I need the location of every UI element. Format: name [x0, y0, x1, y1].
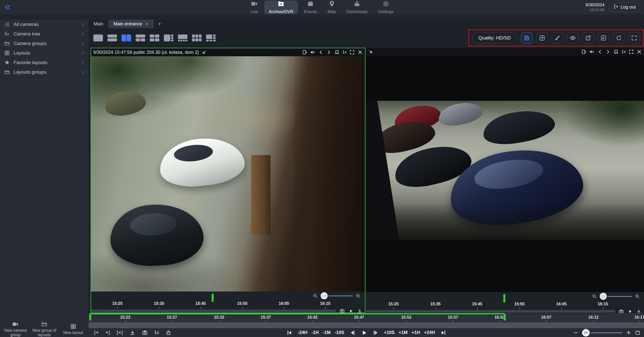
seek-fwd-24h[interactable]: +24H — [424, 330, 435, 335]
shrink-button[interactable] — [598, 32, 609, 44]
tile-fullscreen-icon[interactable] — [628, 49, 634, 55]
zoom-out-icon[interactable] — [313, 293, 318, 299]
brush-button[interactable] — [552, 32, 563, 44]
frame-object-icon[interactable] — [302, 50, 308, 55]
camera-2-video[interactable] — [366, 56, 644, 292]
sidebar-item-camera-tree[interactable]: Camera tree — [0, 29, 89, 39]
main-timeline[interactable]: 15:22 15:27 15:32 15:37 15:42 15:47 15:5… — [89, 313, 644, 322]
layout-preset-8[interactable] — [191, 34, 202, 42]
sidebar-item-layouts-groups[interactable]: Layouts groups — [0, 67, 89, 77]
zoom-in-icon[interactable] — [634, 294, 640, 299]
camera-2-playhead[interactable] — [503, 294, 506, 303]
seek-fwd-1h[interactable]: +1H — [412, 330, 420, 335]
seek-fwd-1m[interactable]: +1M — [399, 330, 408, 335]
expand-button[interactable] — [536, 32, 548, 44]
zoom-out-icon[interactable] — [592, 294, 597, 299]
layout-preset-1[interactable] — [93, 34, 104, 42]
bookmark-icon[interactable] — [613, 49, 619, 55]
interval-knob[interactable]: 1H — [582, 329, 590, 336]
sidebar-item-favorite-layouts[interactable]: Favorite layouts — [0, 58, 89, 67]
snapshot-icon[interactable] — [142, 330, 148, 335]
sidebar-item-camera-groups[interactable]: Camera groups — [0, 39, 89, 48]
collapse-sidebar-icon[interactable] — [4, 4, 11, 11]
calendar-icon[interactable] — [635, 330, 640, 335]
play-icon[interactable] — [361, 329, 367, 336]
camera-1-speed[interactable]: 1x — [342, 50, 347, 55]
layout-preset-2[interactable] — [107, 34, 118, 42]
nav-downloads[interactable]: Downloads — [342, 1, 372, 14]
nav-events[interactable]: Events — [299, 1, 321, 14]
set-range-start-button[interactable]: |+ — [94, 330, 99, 335]
playback-speed[interactable]: 1x — [154, 330, 159, 335]
layout-preset-5[interactable] — [149, 34, 160, 42]
skip-to-start-icon[interactable] — [286, 329, 292, 336]
minus-icon[interactable] — [573, 330, 579, 335]
new-camera-group-button[interactable]: New camera group — [1, 321, 30, 337]
prev-record-icon[interactable] — [318, 50, 324, 55]
bookmark-icon[interactable] — [334, 50, 340, 55]
seek-back-10s[interactable]: -10S — [334, 330, 344, 335]
zoom-knob[interactable]: 1.0 — [600, 293, 607, 300]
export-button[interactable] — [582, 32, 594, 44]
tab-main[interactable]: Main — [89, 20, 108, 28]
clear-range-button[interactable]: |×| — [117, 330, 123, 335]
seek-back-1m[interactable]: -1M — [323, 330, 330, 335]
prev-record-icon[interactable] — [597, 49, 603, 55]
lock-icon[interactable] — [166, 330, 171, 335]
mute-icon[interactable] — [589, 49, 595, 55]
plus-icon[interactable] — [626, 330, 631, 335]
seek-back-1h[interactable]: -1H — [311, 330, 319, 335]
timeline-scroll-band[interactable] — [89, 322, 644, 328]
save-layout-button[interactable] — [521, 32, 533, 44]
skip-to-end-icon[interactable] — [440, 329, 447, 336]
zoom-in-icon[interactable] — [355, 293, 361, 299]
layout-preset-3[interactable] — [121, 34, 132, 42]
fullscreen-button[interactable] — [628, 32, 640, 44]
refresh-button[interactable] — [613, 32, 625, 44]
nav-map[interactable]: Map — [323, 1, 340, 14]
camera-1-playhead[interactable] — [212, 294, 214, 302]
timeline-playhead[interactable] — [504, 314, 506, 321]
logout-button[interactable]: Log out — [609, 3, 640, 12]
tab-main-entrance[interactable]: Main entrance — [108, 20, 154, 28]
next-record-icon[interactable] — [605, 49, 611, 55]
layout-preset-4[interactable] — [135, 34, 146, 42]
new-layout-button[interactable]: New layout — [59, 323, 88, 335]
resize-handle-icon[interactable] — [368, 49, 373, 55]
camera-2-zoom-slider[interactable]: 1.0 — [600, 293, 632, 300]
set-range-end-button[interactable]: +| — [105, 330, 110, 335]
sidebar-item-all-cameras[interactable]: All cameras — [0, 20, 89, 29]
step-forward-icon[interactable] — [372, 329, 379, 336]
archive-coverage-bar[interactable] — [366, 310, 615, 313]
interval-slider[interactable]: 1H — [582, 329, 622, 336]
mute-icon[interactable] — [310, 50, 316, 55]
layout-preset-7[interactable] — [177, 34, 188, 42]
nav-live[interactable]: Live — [246, 1, 263, 14]
sidebar-item-layouts[interactable]: Layouts — [0, 48, 89, 58]
add-tab-button[interactable] — [154, 20, 165, 28]
nav-settings[interactable]: Settings — [374, 1, 398, 14]
archive-coverage-bar[interactable] — [91, 310, 336, 312]
tile-close-icon[interactable] — [636, 49, 642, 55]
step-back-icon[interactable] — [349, 329, 356, 336]
new-group-of-layouts-button[interactable]: New group of layouts — [30, 321, 59, 337]
quality-button[interactable]: Quality: HD/SD — [472, 32, 517, 44]
zoom-knob[interactable]: 1.0 — [321, 292, 328, 299]
camera-2-speed[interactable]: 1x — [621, 49, 626, 54]
range-start-marker[interactable] — [89, 314, 91, 321]
camera-1-zoom-slider[interactable]: 1.0 — [321, 292, 353, 299]
tile-fullscreen-icon[interactable] — [349, 50, 355, 55]
next-record-icon[interactable] — [326, 50, 332, 55]
layout-preset-6[interactable] — [163, 34, 174, 42]
arrow-sw-icon[interactable] — [201, 50, 207, 55]
tile-close-icon[interactable] — [357, 50, 363, 55]
camera-1-timeline[interactable]: 15:25 15:35 15:45 15:55 16:05 16:15 — [91, 300, 365, 309]
frame-object-icon[interactable] — [581, 49, 587, 55]
seek-back-24h[interactable]: -24H — [297, 330, 307, 335]
visibility-button[interactable] — [567, 32, 579, 44]
layout-preset-9[interactable] — [205, 34, 216, 42]
close-tab-icon[interactable] — [145, 22, 149, 26]
download-icon[interactable] — [130, 330, 135, 335]
camera-1-video[interactable] — [91, 56, 365, 292]
seek-fwd-10s[interactable]: +10S — [384, 330, 395, 335]
